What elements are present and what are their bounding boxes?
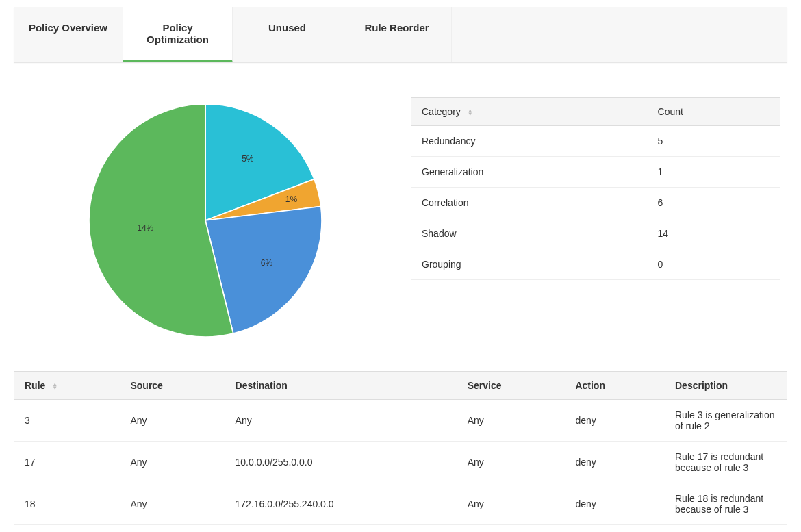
slice-label: 1%	[285, 194, 297, 204]
summary-category-cell: Shadow	[411, 218, 647, 249]
pie-svg	[89, 104, 322, 337]
rules-body: 3AnyAnyAnydenyRule 3 is generalization o…	[14, 400, 787, 525]
rules-description-cell: Rule 3 is generalization of rule 2	[664, 400, 787, 442]
summary-category-cell: Grouping	[411, 249, 647, 280]
summary-count-cell: 0	[647, 249, 780, 280]
sort-icon: ▲▼	[468, 109, 473, 116]
summary-category-cell: Correlation	[411, 188, 647, 218]
rules-header-service[interactable]: Service	[457, 372, 565, 400]
rules-destination-cell: Any	[225, 400, 457, 442]
table-row[interactable]: Redundancy5	[411, 126, 780, 157]
tab-rule-reorder[interactable]: Rule Reorder	[342, 7, 452, 62]
table-row[interactable]: 17Any10.0.0.0/255.0.0.0AnydenyRule 17 is…	[14, 442, 787, 483]
table-row[interactable]: 18Any172.16.0.0/255.240.0.0AnydenyRule 1…	[14, 483, 787, 525]
rules-destination-cell: 172.16.0.0/255.240.0.0	[225, 483, 457, 525]
summary-header-count[interactable]: Count	[647, 98, 780, 126]
rules-header-rule[interactable]: Rule ▲▼	[14, 372, 119, 400]
table-row[interactable]: Grouping0	[411, 249, 780, 280]
rules-source-cell: Any	[119, 483, 224, 525]
summary-count-cell: 1	[647, 157, 780, 188]
rules-rule-cell: 18	[14, 483, 119, 525]
rules-description-cell: Rule 18 is redundant because of rule 3	[664, 483, 787, 525]
rules-action-cell: deny	[564, 400, 664, 442]
tab-policy-optimization[interactable]: Policy Optimization	[123, 7, 233, 62]
rules-service-cell: Any	[457, 483, 565, 525]
summary-count-cell: 14	[647, 218, 780, 249]
pie-chart: 5%1%6%14%	[21, 90, 390, 337]
tab-policy-overview[interactable]: Policy Overview	[14, 7, 123, 62]
rules-table: Rule ▲▼ Source Destination Service Actio…	[14, 371, 787, 525]
table-row[interactable]: Generalization1	[411, 157, 780, 188]
rules-action-cell: deny	[564, 483, 664, 525]
rules-source-cell: Any	[119, 442, 224, 483]
table-row[interactable]: 3AnyAnyAnydenyRule 3 is generalization o…	[14, 400, 787, 442]
rules-rule-cell: 17	[14, 442, 119, 483]
rules-description-cell: Rule 17 is redundant because of rule 3	[664, 442, 787, 483]
rules-header-action[interactable]: Action	[564, 372, 664, 400]
rules-rule-cell: 3	[14, 400, 119, 442]
slice-label: 14%	[137, 223, 153, 233]
table-row[interactable]: Correlation6	[411, 188, 780, 218]
rules-source-cell: Any	[119, 400, 224, 442]
summary-table: Category ▲▼ Count Redundancy5Generalizat…	[411, 97, 780, 337]
rules-service-cell: Any	[457, 400, 565, 442]
summary-category-cell: Redundancy	[411, 126, 647, 157]
rules-header-rule-label: Rule	[25, 380, 45, 391]
tab-unused[interactable]: Unused	[233, 7, 342, 62]
summary-header-category[interactable]: Category ▲▼	[411, 98, 647, 126]
table-row[interactable]: Shadow14	[411, 218, 780, 249]
rules-destination-cell: 10.0.0.0/255.0.0.0	[225, 442, 457, 483]
summary-category-cell: Generalization	[411, 157, 647, 188]
rules-service-cell: Any	[457, 442, 565, 483]
sort-icon: ▲▼	[52, 383, 58, 390]
tabs-bar: Policy Overview Policy Optimization Unus…	[14, 7, 787, 63]
rules-header-description[interactable]: Description	[664, 372, 787, 400]
summary-header-category-label: Category	[422, 106, 461, 117]
rules-header-destination[interactable]: Destination	[225, 372, 457, 400]
rules-header-source[interactable]: Source	[119, 372, 224, 400]
slice-label: 5%	[242, 154, 253, 164]
rules-action-cell: deny	[564, 442, 664, 483]
slice-label: 6%	[261, 258, 272, 268]
summary-body: Redundancy5Generalization1Correlation6Sh…	[411, 126, 780, 280]
summary-count-cell: 5	[647, 126, 780, 157]
summary-count-cell: 6	[647, 188, 780, 218]
